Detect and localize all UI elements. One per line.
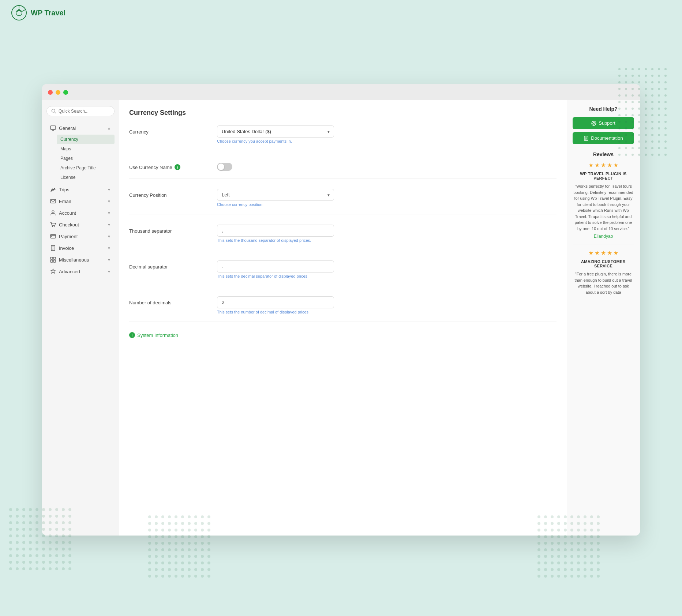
thousand-separator-input[interactable] bbox=[217, 225, 334, 237]
svg-point-132 bbox=[658, 154, 660, 156]
nav-section-general: General ▲ Currency Maps Pages Archive Pa… bbox=[46, 122, 115, 182]
sidebar-item-miscellaneous[interactable]: Miscellaneous ▼ bbox=[46, 254, 115, 266]
sidebar-item-checkout[interactable]: Checkout ▼ bbox=[46, 219, 115, 230]
svg-point-212 bbox=[49, 541, 52, 544]
svg-point-114 bbox=[651, 127, 653, 129]
svg-point-401 bbox=[570, 542, 573, 545]
close-button[interactable] bbox=[48, 90, 53, 95]
svg-rect-22 bbox=[53, 257, 56, 259]
svg-point-436 bbox=[590, 575, 593, 578]
sidebar-subitem-license[interactable]: License bbox=[57, 173, 115, 182]
svg-point-162 bbox=[16, 541, 19, 544]
svg-point-415 bbox=[577, 568, 580, 571]
number-of-decimals-input[interactable] bbox=[217, 296, 334, 308]
svg-point-226 bbox=[55, 567, 58, 570]
minimize-button[interactable] bbox=[56, 90, 60, 95]
sidebar-item-advanced[interactable]: Advanced ▼ bbox=[46, 266, 115, 277]
svg-point-434 bbox=[590, 561, 593, 564]
svg-point-284 bbox=[168, 561, 171, 564]
chevron-down-icon-payment: ▼ bbox=[107, 234, 111, 238]
svg-point-98 bbox=[645, 114, 647, 116]
svg-point-224 bbox=[55, 554, 58, 557]
main-content: Currency Settings Currency United States… bbox=[119, 100, 567, 536]
sidebar-item-advanced-label: Advanced bbox=[59, 269, 80, 274]
svg-point-441 bbox=[597, 542, 600, 545]
sidebar-item-email[interactable]: Email ▼ bbox=[46, 195, 115, 207]
svg-point-99 bbox=[645, 121, 647, 123]
svg-rect-23 bbox=[50, 260, 53, 262]
svg-point-136 bbox=[664, 88, 667, 90]
svg-point-370 bbox=[551, 535, 554, 538]
svg-point-223 bbox=[55, 548, 58, 551]
svg-point-116 bbox=[651, 140, 653, 143]
thousand-separator-hint: This sets the thousand separator of disp… bbox=[217, 238, 557, 243]
svg-point-371 bbox=[551, 542, 554, 545]
svg-point-263 bbox=[155, 555, 158, 558]
svg-point-381 bbox=[557, 542, 560, 545]
svg-point-373 bbox=[551, 555, 554, 558]
sidebar-subitem-pages[interactable]: Pages bbox=[57, 154, 115, 163]
svg-point-275 bbox=[161, 568, 164, 571]
sidebar-item-general[interactable]: General ▲ bbox=[46, 122, 115, 134]
use-currency-name-toggle[interactable] bbox=[217, 163, 232, 171]
svg-point-174 bbox=[22, 554, 25, 557]
sidebar-item-account[interactable]: Account ▼ bbox=[46, 207, 115, 219]
support-label: Support bbox=[599, 120, 615, 126]
svg-point-350 bbox=[537, 535, 540, 538]
svg-point-404 bbox=[570, 561, 573, 564]
svg-point-413 bbox=[577, 555, 580, 558]
currency-select[interactable]: United States Dollar ($) Euro (€) Britis… bbox=[217, 125, 334, 138]
sidebar-subitem-archive-page-title[interactable]: Archive Page Title bbox=[57, 163, 115, 173]
svg-point-130 bbox=[658, 140, 660, 143]
sidebar-item-invoice[interactable]: Invoice ▼ bbox=[46, 242, 115, 254]
svg-point-50 bbox=[625, 75, 627, 77]
svg-point-331 bbox=[201, 542, 204, 545]
sidebar-subitem-maps[interactable]: Maps bbox=[57, 144, 115, 154]
svg-point-432 bbox=[590, 548, 593, 551]
svg-point-422 bbox=[584, 548, 587, 551]
review-1-stars: ★ ★ ★ ★ ★ bbox=[573, 162, 634, 169]
svg-point-118 bbox=[651, 154, 653, 156]
svg-point-194 bbox=[35, 554, 38, 557]
decimal-separator-hint: This sets the decimal separator of displ… bbox=[217, 274, 557, 278]
sidebar-item-account-label: Account bbox=[59, 210, 76, 216]
search-input[interactable] bbox=[59, 109, 110, 114]
support-button[interactable]: Support bbox=[573, 117, 634, 129]
svg-point-36 bbox=[618, 75, 621, 77]
svg-point-190 bbox=[35, 528, 38, 531]
svg-point-78 bbox=[638, 75, 640, 77]
search-box[interactable] bbox=[46, 106, 115, 116]
currency-position-select[interactable]: Left Right Left with space Right with sp… bbox=[217, 189, 334, 201]
svg-point-121 bbox=[658, 81, 660, 83]
system-info-link[interactable]: i System Information bbox=[129, 332, 557, 338]
toggle-knob bbox=[218, 164, 224, 170]
svg-point-366 bbox=[544, 575, 547, 578]
svg-point-264 bbox=[155, 561, 158, 564]
svg-point-344 bbox=[207, 561, 210, 564]
chevron-down-icon-email: ▼ bbox=[107, 199, 111, 203]
main-window: General ▲ Currency Maps Pages Archive Pa… bbox=[42, 84, 640, 536]
sidebar-item-payment[interactable]: Payment ▼ bbox=[46, 230, 115, 242]
svg-point-393 bbox=[564, 555, 567, 558]
svg-point-161 bbox=[16, 534, 19, 537]
svg-point-384 bbox=[557, 561, 560, 564]
sidebar-item-checkout-label: Checkout bbox=[59, 222, 79, 228]
sidebar-item-trips[interactable]: Trips ▼ bbox=[46, 184, 115, 195]
top-bar: WP Travel bbox=[0, 0, 682, 26]
svg-point-333 bbox=[201, 555, 204, 558]
sidebar-subitem-currency[interactable]: Currency bbox=[57, 135, 115, 144]
svg-point-332 bbox=[201, 548, 204, 551]
svg-rect-6 bbox=[50, 126, 56, 129]
svg-point-134 bbox=[664, 75, 667, 77]
decimal-separator-input[interactable] bbox=[217, 260, 334, 273]
svg-point-433 bbox=[590, 555, 593, 558]
svg-point-106 bbox=[651, 75, 653, 77]
svg-point-346 bbox=[207, 575, 210, 578]
svg-point-285 bbox=[168, 568, 171, 571]
reviews-section: Reviews ★ ★ ★ ★ ★ WP TRAVEL PLUGIN IS PE… bbox=[573, 151, 634, 295]
svg-point-124 bbox=[658, 101, 660, 103]
documentation-button[interactable]: Documentation bbox=[573, 132, 634, 144]
svg-point-51 bbox=[625, 81, 627, 83]
logo-area: WP Travel bbox=[11, 5, 65, 21]
maximize-button[interactable] bbox=[63, 90, 68, 95]
